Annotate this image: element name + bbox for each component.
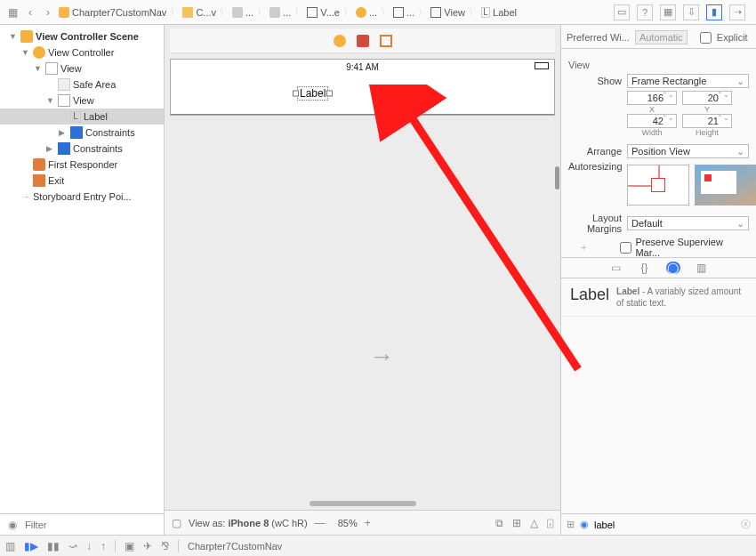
disclosure-icon[interactable]: ▶ bbox=[59, 128, 68, 137]
explicit-checkbox[interactable] bbox=[700, 32, 712, 44]
disclosure-icon[interactable]: ▼ bbox=[34, 64, 43, 73]
zoom-out-button[interactable]: — bbox=[315, 517, 326, 529]
identity-inspector-icon[interactable]: ▦ bbox=[660, 4, 676, 20]
library-item-desc: Label - A variably sized amount of stati… bbox=[616, 286, 747, 309]
canvas-scrollbar[interactable] bbox=[555, 166, 559, 189]
zoom-in-button[interactable]: + bbox=[365, 517, 371, 529]
debug-view-icon[interactable]: ▣ bbox=[125, 540, 134, 552]
file-template-lib-icon[interactable]: ▭ bbox=[609, 262, 623, 274]
library-search-input[interactable] bbox=[594, 520, 736, 530]
debug-process-name[interactable]: Charpter7CustomNav bbox=[188, 541, 282, 552]
step-over-icon[interactable]: ⤻ bbox=[68, 540, 77, 552]
arrow-right-icon: → bbox=[21, 192, 30, 201]
crumb-scene[interactable]: V...e bbox=[307, 7, 340, 18]
continue-icon[interactable]: ▮▶ bbox=[24, 540, 38, 552]
crumb-label-item[interactable]: LLabel bbox=[481, 7, 517, 18]
crumb-view[interactable]: ... bbox=[393, 7, 414, 18]
tree-row-viewcontroller[interactable]: ▼View Controller bbox=[0, 44, 164, 60]
step-in-icon[interactable]: ↓ bbox=[86, 540, 92, 552]
disclosure-icon[interactable]: ▼ bbox=[21, 48, 30, 57]
clear-search-icon[interactable]: ⓧ bbox=[741, 518, 751, 531]
preferred-width-label: Preferred Wi... bbox=[567, 32, 630, 43]
device-canvas[interactable]: 9:41 AM Label bbox=[170, 59, 555, 116]
pause-icon[interactable]: ▮▮ bbox=[47, 540, 60, 552]
library-item[interactable]: Label Label - A variably sized amount of… bbox=[561, 278, 756, 317]
simulated-navbar[interactable]: Label bbox=[171, 74, 554, 115]
canvas-h-scrollbar[interactable] bbox=[310, 501, 416, 506]
vc-dock-icon[interactable] bbox=[334, 35, 346, 47]
grid-toggle-icon[interactable]: ⊞ bbox=[567, 519, 575, 530]
arrange-select[interactable]: Position View bbox=[627, 144, 749, 158]
zoom-value[interactable]: 85% bbox=[338, 518, 358, 528]
tree-row-firstresponder[interactable]: First Responder bbox=[0, 157, 164, 173]
quickhelp-inspector-icon[interactable]: ? bbox=[637, 4, 653, 20]
crumb-view[interactable]: View bbox=[430, 7, 465, 18]
x-field[interactable]: 166 bbox=[627, 91, 677, 105]
related-items-icon[interactable]: ▦ bbox=[5, 5, 20, 20]
height-field[interactable]: 21 bbox=[682, 114, 732, 128]
step-out-icon[interactable]: ↑ bbox=[101, 540, 106, 552]
crumb-file[interactable]: ... bbox=[232, 7, 253, 18]
disclosure-icon[interactable]: ▼ bbox=[9, 32, 18, 41]
hide-debug-icon[interactable]: ▥ bbox=[5, 540, 15, 552]
object-lib-icon[interactable]: ◯ bbox=[666, 262, 680, 274]
nav-back-icon[interactable]: ‹ bbox=[23, 5, 37, 20]
firstresponder-dock-icon[interactable] bbox=[357, 35, 369, 47]
nav-forward-icon[interactable]: › bbox=[41, 5, 55, 20]
row-label: Storyboard Entry Poi... bbox=[33, 191, 132, 202]
outline-filter-input[interactable] bbox=[25, 520, 158, 530]
filter-icon[interactable]: ◉ bbox=[5, 518, 20, 532]
tree-row-scene[interactable]: ▼View Controller Scene bbox=[0, 28, 164, 44]
pin-tool-icon[interactable]: ⊞ bbox=[512, 517, 521, 529]
show-label: Show bbox=[568, 76, 622, 86]
crumb-label: C...v bbox=[196, 7, 216, 18]
row-label: Safe Area bbox=[73, 79, 116, 90]
width-field[interactable]: 42 bbox=[627, 114, 677, 128]
disclosure-icon[interactable]: ▶ bbox=[46, 144, 55, 153]
crumb-folder[interactable]: C...v bbox=[182, 7, 216, 18]
outline-toggle-icon[interactable]: ▢ bbox=[172, 517, 181, 529]
crumb-label: View bbox=[444, 7, 465, 18]
crumb-file[interactable]: ... bbox=[269, 7, 291, 18]
selected-label-element[interactable]: Label bbox=[297, 86, 328, 101]
crumb-project[interactable]: Charpter7CustomNav bbox=[59, 7, 166, 18]
layout-margins-select[interactable]: Default bbox=[627, 216, 749, 230]
embed-tool-icon[interactable]: ⌺ bbox=[547, 517, 553, 529]
tree-row-entrypoint[interactable]: →Storyboard Entry Poi... bbox=[0, 189, 164, 205]
inspector-panel: Preferred Wi... Automatic Explicit View … bbox=[560, 25, 756, 535]
align-tool-icon[interactable]: ⧉ bbox=[495, 517, 503, 529]
debug-memgraph-icon[interactable]: ⅋ bbox=[161, 540, 169, 552]
library-search-bar: ⊞ ◉ ⓧ bbox=[561, 513, 756, 535]
status-time: 9:41 AM bbox=[346, 62, 379, 72]
scene-icon bbox=[20, 30, 33, 43]
debug-loc-icon[interactable]: ✈ bbox=[143, 540, 152, 552]
size-inspector-icon[interactable]: ▮ bbox=[706, 4, 722, 20]
show-select[interactable]: Frame Rectangle bbox=[627, 74, 749, 88]
exit-dock-icon[interactable] bbox=[380, 35, 392, 47]
resolve-tool-icon[interactable]: △ bbox=[530, 517, 538, 529]
crumb-vc[interactable]: ... bbox=[356, 7, 377, 18]
connections-inspector-icon[interactable]: ➝ bbox=[729, 4, 745, 20]
attributes-inspector-icon[interactable]: ⇩ bbox=[683, 4, 699, 20]
tree-row-safearea[interactable]: Safe Area bbox=[0, 77, 164, 93]
tree-row-constraints[interactable]: ▶Constraints bbox=[0, 141, 164, 157]
constraints-icon bbox=[70, 126, 83, 139]
tree-row-exit[interactable]: Exit bbox=[0, 173, 164, 189]
disclosure-icon[interactable]: ▼ bbox=[46, 96, 55, 105]
media-lib-icon[interactable]: ▥ bbox=[695, 262, 709, 274]
tree-row-view[interactable]: ▼View bbox=[0, 93, 164, 109]
row-label: First Responder bbox=[48, 159, 117, 170]
crumb-label: ... bbox=[245, 7, 253, 18]
file-inspector-icon[interactable]: ▭ bbox=[614, 4, 630, 20]
viewas-label[interactable]: View as: iPhone 8 (wC hR) bbox=[189, 518, 308, 528]
y-field[interactable]: 20 bbox=[682, 91, 732, 105]
preserve-superview-checkbox[interactable] bbox=[620, 242, 631, 254]
tree-row-label[interactable]: LLabel bbox=[0, 109, 164, 125]
tree-row-view[interactable]: ▼View bbox=[0, 60, 164, 77]
code-snippet-lib-icon[interactable]: {} bbox=[638, 262, 652, 274]
library-item-preview: Label bbox=[570, 286, 609, 309]
autoresizing-control[interactable] bbox=[627, 165, 689, 205]
outline-tree[interactable]: ▼View Controller Scene ▼View Controller … bbox=[0, 25, 164, 513]
tree-row-constraints[interactable]: ▶Constraints bbox=[0, 125, 164, 141]
preferred-width-value[interactable]: Automatic bbox=[635, 30, 688, 44]
